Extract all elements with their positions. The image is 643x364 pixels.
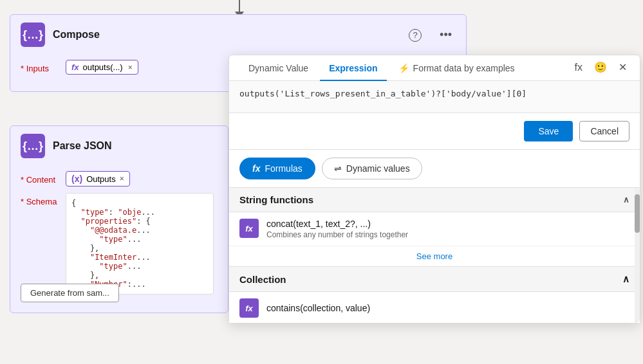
scrollbar-track — [635, 188, 640, 323]
concat-func-desc: Combines any number of strings together — [266, 230, 629, 239]
dynamic-values-icon: ⇌ — [334, 163, 342, 174]
formulas-fx-icon: fx — [252, 163, 260, 174]
tab-format-data[interactable]: ⚡ Format data by examples — [389, 55, 524, 81]
outputs-token-text: Outputs — [86, 174, 116, 184]
generate-from-sample-button[interactable]: Generate from sam... — [21, 284, 119, 302]
string-functions-chevron: ∧ — [623, 195, 629, 205]
contains-func-name: contains(collection, value) — [266, 303, 629, 313]
input-token[interactable]: fx outputs(...) × — [66, 60, 138, 75]
outputs-paren-icon: (x) — [71, 174, 82, 184]
outputs-token[interactable]: (x) Outputs × — [66, 171, 130, 187]
input-token-close[interactable]: × — [128, 63, 133, 72]
compose-help-button[interactable]: ? — [405, 26, 425, 43]
compose-more-button[interactable]: ••• — [436, 27, 456, 43]
parse-card-title: Parse JSON — [53, 140, 218, 152]
compose-card-title: Compose — [53, 29, 397, 41]
dynamic-values-toggle[interactable]: ⇌ Dynamic values — [322, 158, 422, 179]
string-functions-header[interactable]: String functions ∧ — [229, 188, 640, 212]
expression-input[interactable]: outputs('List_rows_present_in_a_table')?… — [229, 81, 640, 113]
input-token-text: outputs(...) — [83, 62, 123, 72]
expression-panel: Dynamic Value Expression ⚡ Format data b… — [228, 55, 640, 323]
json-schema-content: { "type": "obje... "properties": { "@@od… — [66, 193, 214, 295]
panel-emoji-icon[interactable]: 🙂 — [592, 59, 610, 76]
panel-tabs: Dynamic Value Expression ⚡ Format data b… — [229, 55, 640, 81]
collection-header[interactable]: Collection ∧ — [229, 267, 640, 291]
lightning-icon: ⚡ — [398, 63, 409, 73]
content-label: * Content — [21, 171, 59, 185]
parse-json-card: {…} Parse JSON * Content (x) Outputs × *… — [10, 125, 228, 313]
compose-card-icon: {…} — [21, 23, 45, 47]
contains-function-item[interactable]: fx contains(collection, value) — [229, 291, 640, 323]
concat-func-name: concat(text_1, text_2?, ...) — [266, 219, 629, 229]
inputs-label: * Inputs — [21, 60, 59, 73]
contains-func-icon: fx — [239, 298, 259, 318]
fx-icon: fx — [71, 62, 79, 72]
tab-dynamic-value[interactable]: Dynamic Value — [239, 55, 317, 81]
collection-chevron: ∧ — [622, 273, 629, 285]
panel-fx-icon[interactable]: fx — [572, 59, 585, 76]
see-more-link[interactable]: See more — [229, 246, 640, 267]
panel-actions: Save Cancel — [229, 113, 640, 150]
cancel-button[interactable]: Cancel — [579, 121, 629, 141]
schema-label: * Schema — [21, 193, 59, 206]
formulas-toggle[interactable]: fx Formulas — [239, 158, 315, 179]
panel-close-icon[interactable]: ✕ — [616, 59, 629, 76]
concat-func-icon: fx — [239, 219, 259, 238]
functions-list: String functions ∧ fx concat(text_1, tex… — [229, 188, 640, 323]
toggle-row: fx Formulas ⇌ Dynamic values — [229, 150, 640, 188]
tab-expression[interactable]: Expression — [320, 55, 386, 81]
parse-card-icon: {…} — [21, 134, 45, 158]
concat-function-item[interactable]: fx concat(text_1, text_2?, ...) Combines… — [229, 212, 640, 246]
save-button[interactable]: Save — [524, 121, 573, 141]
scrollbar-thumb[interactable] — [635, 194, 640, 233]
outputs-token-close[interactable]: × — [120, 174, 124, 183]
